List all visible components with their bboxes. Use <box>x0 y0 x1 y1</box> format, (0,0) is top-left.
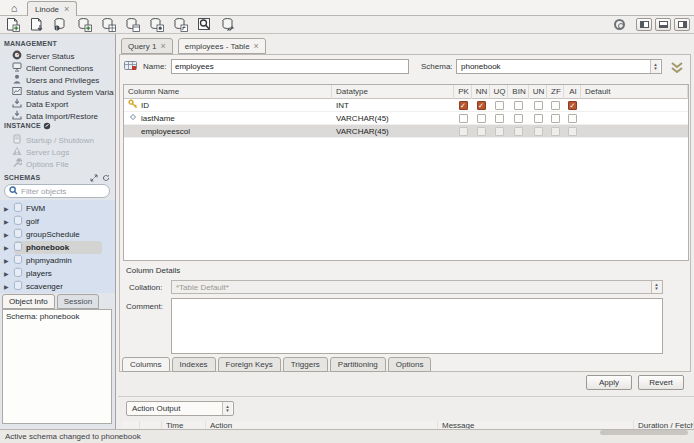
create-schema-button[interactable] <box>76 17 93 33</box>
tab-session[interactable]: Session <box>57 294 99 309</box>
zf-cell[interactable] <box>547 125 564 138</box>
table-row[interactable]: IDINT✓✓✓ <box>124 99 688 112</box>
grid-header-nn[interactable]: NN <box>472 85 490 99</box>
pk-checkbox[interactable] <box>459 127 468 136</box>
schema-item-scavenger[interactable]: ▶scavenger <box>0 280 115 293</box>
grid-header-ai[interactable]: AI <box>564 85 581 99</box>
new-sql-tab-button[interactable] <box>4 17 21 33</box>
nn-cell[interactable] <box>472 112 490 125</box>
horizontal-scrollbar[interactable] <box>600 430 688 435</box>
tab-options[interactable]: Options <box>388 357 432 372</box>
bin-checkbox[interactable] <box>514 114 523 123</box>
search-table-data-button[interactable] <box>196 17 213 33</box>
close-icon[interactable]: × <box>64 4 69 14</box>
comment-textarea[interactable] <box>171 298 663 354</box>
bin-cell[interactable] <box>508 112 529 125</box>
column-name-cell[interactable]: ID <box>124 99 332 112</box>
pk-checkbox[interactable] <box>459 114 468 123</box>
sidebar-item-options-file[interactable]: Options File <box>12 158 114 170</box>
refresh-schemas-icon[interactable] <box>102 174 110 183</box>
nn-checkbox[interactable]: ✓ <box>477 101 486 110</box>
create-view-button[interactable] <box>124 17 141 33</box>
zf-cell[interactable] <box>547 112 564 125</box>
tab-object-info[interactable]: Object Info <box>2 294 55 309</box>
sidebar-item-data-export[interactable]: Data Export <box>12 98 114 110</box>
sidebar-item-users-and-privileges[interactable]: Users and Privileges <box>12 74 114 86</box>
collation-select[interactable]: *Table Default* ▲▼ <box>171 280 663 294</box>
bin-cell[interactable] <box>508 99 529 112</box>
expand-arrow-icon[interactable]: ▶ <box>4 270 10 277</box>
ai-cell[interactable] <box>564 112 581 125</box>
un-cell[interactable] <box>529 125 547 138</box>
create-procedure-button[interactable] <box>148 17 165 33</box>
preferences-icon[interactable] <box>614 19 625 30</box>
create-function-button[interactable] <box>172 17 189 33</box>
grid-header-datatype[interactable]: Datatype <box>332 85 454 99</box>
expand-arrow-icon[interactable]: ▶ <box>4 257 10 264</box>
un-checkbox[interactable] <box>534 127 543 136</box>
tab-triggers[interactable]: Triggers <box>283 357 328 372</box>
un-checkbox[interactable] <box>534 101 543 110</box>
pk-checkbox[interactable]: ✓ <box>459 101 468 110</box>
schema-item-phpmyadmin[interactable]: ▶phpmyadmin <box>0 254 115 267</box>
column-name-cell[interactable]: employeescol <box>124 125 332 138</box>
datatype-cell[interactable]: INT <box>332 99 454 112</box>
zf-checkbox[interactable] <box>551 127 560 136</box>
default-cell[interactable] <box>581 99 688 112</box>
schema-item-fwm[interactable]: ▶FWM <box>0 202 115 215</box>
uq-cell[interactable] <box>490 99 508 112</box>
apply-button[interactable]: Apply <box>586 375 632 390</box>
schema-filter-input[interactable]: Filter objects <box>4 184 110 198</box>
schema-item-golf[interactable]: ▶golf <box>0 215 115 228</box>
grid-header-pk[interactable]: PK <box>454 85 472 99</box>
connection-tab[interactable]: Linode× <box>27 1 77 16</box>
pk-cell[interactable]: ✓ <box>454 99 472 112</box>
spinner-icon[interactable]: ▲▼ <box>222 402 232 415</box>
expand-arrow-icon[interactable]: ▶ <box>4 205 10 212</box>
new-sql-from-file-button[interactable] <box>28 17 45 33</box>
ai-checkbox[interactable] <box>568 114 577 123</box>
expand-arrow-icon[interactable]: ▶ <box>4 244 10 251</box>
schema-item-phonebook[interactable]: ▶phonebook <box>0 241 115 254</box>
un-checkbox[interactable] <box>534 114 543 123</box>
sidebar-item-server-status[interactable]: Server Status <box>12 50 114 62</box>
default-cell[interactable] <box>581 125 688 138</box>
grid-header-bin[interactable]: BIN <box>508 85 529 99</box>
bin-checkbox[interactable] <box>514 101 523 110</box>
grid-header-default[interactable]: Default <box>581 85 688 99</box>
schema-inspector-button[interactable]: i <box>52 17 69 33</box>
nn-cell[interactable] <box>472 125 490 138</box>
expand-arrow-icon[interactable]: ▶ <box>4 283 10 290</box>
grid-header-un[interactable]: UN <box>529 85 547 99</box>
toggle-left-panel-button[interactable] <box>636 18 652 31</box>
tab-foreign-keys[interactable]: Foreign Keys <box>218 357 281 372</box>
ai-cell[interactable] <box>564 125 581 138</box>
schema-item-players[interactable]: ▶players <box>0 267 115 280</box>
datatype-cell[interactable]: VARCHAR(45) <box>332 125 454 138</box>
sidebar-item-status-and-system-variables[interactable]: Status and System Variables <box>12 86 114 98</box>
zf-checkbox[interactable] <box>551 101 560 110</box>
pk-cell[interactable] <box>454 125 472 138</box>
tab-employees-table[interactable]: employees - Table× <box>178 38 266 54</box>
pk-cell[interactable] <box>454 112 472 125</box>
sidebar-item-startup-shutdown[interactable]: Startup / Shutdown <box>12 134 114 146</box>
tab-columns[interactable]: Columns <box>122 357 170 372</box>
sidebar-item-client-connections[interactable]: Client Connections <box>12 62 114 74</box>
expand-arrow-icon[interactable]: ▶ <box>4 231 10 238</box>
grid-header-zf[interactable]: ZF <box>547 85 564 99</box>
toggle-right-panel-button[interactable] <box>674 18 690 31</box>
schema-item-groupschedule[interactable]: ▶groupSchedule <box>0 228 115 241</box>
zf-cell[interactable] <box>547 99 564 112</box>
zf-checkbox[interactable] <box>551 114 560 123</box>
expand-editor-icon[interactable] <box>667 60 687 74</box>
uq-checkbox[interactable] <box>495 127 504 136</box>
uq-checkbox[interactable] <box>495 114 504 123</box>
close-icon[interactable]: × <box>254 41 259 51</box>
home-tab[interactable]: ⌂ <box>4 1 24 16</box>
create-table-button[interactable] <box>100 17 117 33</box>
nn-checkbox[interactable] <box>477 114 486 123</box>
default-cell[interactable] <box>581 112 688 125</box>
table-name-input[interactable] <box>171 59 409 74</box>
un-cell[interactable] <box>529 99 547 112</box>
tab-query-1[interactable]: Query 1× <box>121 38 173 54</box>
